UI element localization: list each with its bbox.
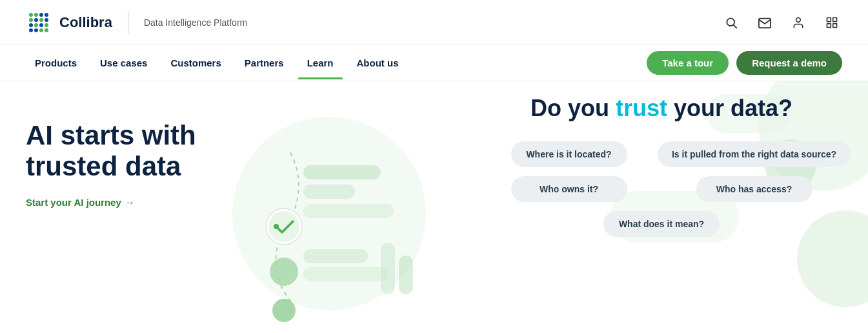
- nav-partners[interactable]: Partners: [236, 47, 293, 79]
- nav-learn[interactable]: Learn: [298, 47, 343, 79]
- main-nav: Products Use cases Customers Partners Le…: [26, 47, 647, 79]
- hero-section: AI starts with trusted data Start your A…: [0, 81, 868, 333]
- svg-point-17: [727, 18, 734, 26]
- svg-rect-23: [827, 23, 831, 27]
- nav-customers[interactable]: Customers: [161, 47, 230, 79]
- svg-point-11: [39, 23, 43, 27]
- svg-point-1: [29, 13, 33, 17]
- svg-rect-29: [303, 185, 355, 199]
- mail-button[interactable]: [754, 12, 775, 33]
- svg-point-4: [45, 13, 48, 17]
- top-bar: Collibra Data Intelligence Platform: [0, 0, 868, 45]
- brand-name: Collibra: [59, 14, 112, 31]
- svg-point-31: [270, 257, 298, 286]
- nav-bar: Products Use cases Customers Partners Le…: [0, 45, 868, 81]
- hero-cta-link[interactable]: Start your AI journey →: [26, 197, 135, 208]
- svg-point-5: [29, 18, 33, 22]
- nav-about[interactable]: About us: [348, 47, 408, 79]
- svg-point-7: [39, 18, 43, 22]
- user-icon: [792, 16, 805, 29]
- svg-rect-22: [833, 23, 837, 27]
- svg-point-2: [34, 13, 38, 17]
- svg-point-6: [34, 18, 38, 22]
- svg-rect-28: [303, 165, 381, 179]
- apps-button[interactable]: [822, 12, 842, 33]
- nav-ctas: Take a tour Request a demo: [647, 51, 842, 75]
- grid-icon: [825, 16, 838, 29]
- svg-point-9: [29, 23, 33, 27]
- request-demo-button[interactable]: Request a demo: [736, 51, 842, 75]
- svg-point-19: [796, 17, 801, 22]
- nav-products[interactable]: Products: [26, 47, 86, 79]
- svg-point-14: [34, 28, 38, 32]
- svg-point-27: [274, 224, 279, 229]
- pill-access: Who has access?: [696, 176, 812, 202]
- svg-point-26: [268, 211, 299, 242]
- nav-use-cases[interactable]: Use cases: [91, 47, 156, 79]
- svg-rect-34: [303, 267, 387, 281]
- svg-rect-20: [827, 17, 831, 21]
- collibra-logo-icon: [26, 10, 52, 35]
- pill-mean: What does it mean?: [603, 211, 720, 237]
- svg-point-15: [39, 28, 43, 32]
- user-button[interactable]: [788, 12, 809, 33]
- logo-area: Collibra Data Intelligence Platform: [26, 10, 247, 35]
- hero-left-content: AI starts with trusted data Start your A…: [26, 120, 207, 208]
- hero-title: AI starts with trusted data: [26, 120, 207, 183]
- arrow-icon: →: [125, 197, 135, 208]
- question-pills-grid: Where is it located? Is it pulled from t…: [481, 141, 842, 237]
- svg-point-8: [45, 18, 48, 22]
- search-icon: [725, 16, 738, 29]
- search-button[interactable]: [721, 12, 742, 33]
- svg-point-16: [45, 28, 48, 32]
- svg-point-13: [29, 28, 33, 32]
- mail-icon: [758, 16, 772, 29]
- take-tour-button[interactable]: Take a tour: [647, 51, 729, 75]
- logo-divider: [128, 11, 128, 34]
- pill-where: Where is it located?: [511, 141, 627, 167]
- svg-point-3: [39, 13, 43, 17]
- hero-right-content: Do you trust your data? Where is it loca…: [481, 94, 842, 237]
- svg-point-32: [272, 299, 296, 322]
- svg-rect-21: [833, 17, 837, 21]
- svg-rect-35: [381, 243, 395, 294]
- hero-illustration: [226, 101, 432, 327]
- svg-point-12: [45, 23, 48, 27]
- svg-line-18: [734, 25, 736, 28]
- svg-rect-33: [303, 249, 368, 263]
- svg-point-10: [34, 23, 38, 27]
- illustration-svg: [226, 101, 432, 327]
- top-icons: [721, 12, 842, 33]
- platform-text: Data Intelligence Platform: [144, 17, 247, 28]
- hero-question-heading: Do you trust your data?: [481, 94, 842, 122]
- svg-rect-30: [303, 204, 394, 218]
- svg-rect-36: [399, 256, 413, 294]
- pill-pulled: Is it pulled from the right data source?: [658, 141, 851, 167]
- pill-owns: Who owns it?: [511, 176, 627, 202]
